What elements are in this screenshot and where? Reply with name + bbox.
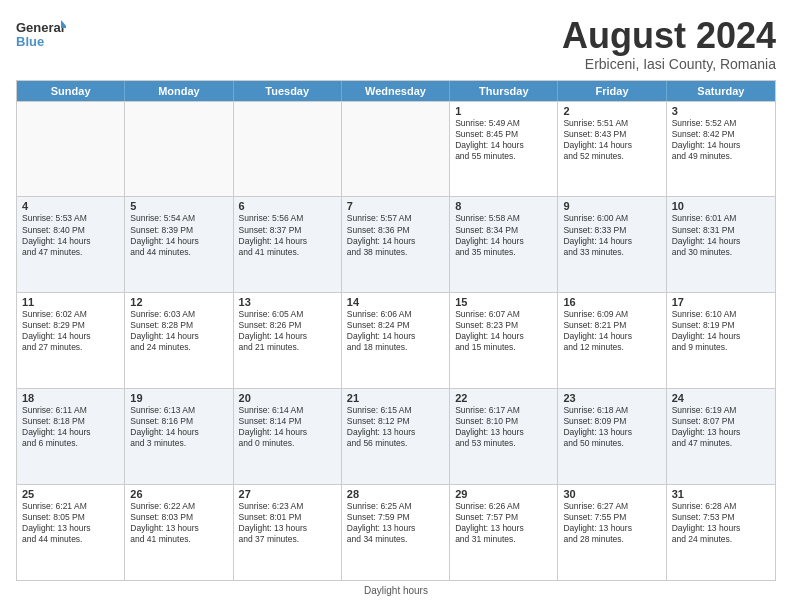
cell-text: Sunrise: 6:22 AMSunset: 8:03 PMDaylight:… <box>130 501 227 545</box>
cell-text: Sunrise: 5:53 AMSunset: 8:40 PMDaylight:… <box>22 213 119 257</box>
day-number: 14 <box>347 296 444 308</box>
cell-text: Sunrise: 6:25 AMSunset: 7:59 PMDaylight:… <box>347 501 444 545</box>
cal-cell: 22Sunrise: 6:17 AMSunset: 8:10 PMDayligh… <box>450 389 558 484</box>
day-number: 28 <box>347 488 444 500</box>
cell-text: Sunrise: 6:15 AMSunset: 8:12 PMDaylight:… <box>347 405 444 449</box>
cell-text: Sunrise: 6:28 AMSunset: 7:53 PMDaylight:… <box>672 501 770 545</box>
day-number: 26 <box>130 488 227 500</box>
cell-text: Sunrise: 6:01 AMSunset: 8:31 PMDaylight:… <box>672 213 770 257</box>
day-number: 31 <box>672 488 770 500</box>
cal-cell: 18Sunrise: 6:11 AMSunset: 8:18 PMDayligh… <box>17 389 125 484</box>
cell-text: Sunrise: 6:06 AMSunset: 8:24 PMDaylight:… <box>347 309 444 353</box>
cell-text: Sunrise: 6:03 AMSunset: 8:28 PMDaylight:… <box>130 309 227 353</box>
day-number: 20 <box>239 392 336 404</box>
cal-cell: 29Sunrise: 6:26 AMSunset: 7:57 PMDayligh… <box>450 485 558 580</box>
cal-cell: 23Sunrise: 6:18 AMSunset: 8:09 PMDayligh… <box>558 389 666 484</box>
cal-cell: 13Sunrise: 6:05 AMSunset: 8:26 PMDayligh… <box>234 293 342 388</box>
header-cell-saturday: Saturday <box>667 81 775 101</box>
header-cell-monday: Monday <box>125 81 233 101</box>
day-number: 25 <box>22 488 119 500</box>
header-cell-wednesday: Wednesday <box>342 81 450 101</box>
calendar-body: 1Sunrise: 5:49 AMSunset: 8:45 PMDaylight… <box>17 101 775 580</box>
cal-cell: 12Sunrise: 6:03 AMSunset: 8:28 PMDayligh… <box>125 293 233 388</box>
cal-cell: 11Sunrise: 6:02 AMSunset: 8:29 PMDayligh… <box>17 293 125 388</box>
day-number: 3 <box>672 105 770 117</box>
cal-cell <box>17 102 125 197</box>
header-cell-sunday: Sunday <box>17 81 125 101</box>
cell-text: Sunrise: 5:58 AMSunset: 8:34 PMDaylight:… <box>455 213 552 257</box>
cal-cell: 17Sunrise: 6:10 AMSunset: 8:19 PMDayligh… <box>667 293 775 388</box>
day-number: 13 <box>239 296 336 308</box>
calendar-row-2: 11Sunrise: 6:02 AMSunset: 8:29 PMDayligh… <box>17 292 775 388</box>
day-number: 11 <box>22 296 119 308</box>
cal-cell: 24Sunrise: 6:19 AMSunset: 8:07 PMDayligh… <box>667 389 775 484</box>
day-number: 10 <box>672 200 770 212</box>
cal-cell: 20Sunrise: 6:14 AMSunset: 8:14 PMDayligh… <box>234 389 342 484</box>
calendar-row-3: 18Sunrise: 6:11 AMSunset: 8:18 PMDayligh… <box>17 388 775 484</box>
cal-cell: 8Sunrise: 5:58 AMSunset: 8:34 PMDaylight… <box>450 197 558 292</box>
day-number: 12 <box>130 296 227 308</box>
main-title: August 2024 <box>562 16 776 56</box>
day-number: 23 <box>563 392 660 404</box>
day-number: 30 <box>563 488 660 500</box>
cell-text: Sunrise: 5:54 AMSunset: 8:39 PMDaylight:… <box>130 213 227 257</box>
cal-cell <box>125 102 233 197</box>
svg-text:General: General <box>16 20 64 35</box>
day-number: 27 <box>239 488 336 500</box>
cell-text: Sunrise: 6:23 AMSunset: 8:01 PMDaylight:… <box>239 501 336 545</box>
subtitle: Erbiceni, Iasi County, Romania <box>562 56 776 72</box>
cell-text: Sunrise: 6:27 AMSunset: 7:55 PMDaylight:… <box>563 501 660 545</box>
cal-cell: 3Sunrise: 5:52 AMSunset: 8:42 PMDaylight… <box>667 102 775 197</box>
cell-text: Sunrise: 6:10 AMSunset: 8:19 PMDaylight:… <box>672 309 770 353</box>
cell-text: Sunrise: 6:19 AMSunset: 8:07 PMDaylight:… <box>672 405 770 449</box>
day-number: 17 <box>672 296 770 308</box>
day-number: 16 <box>563 296 660 308</box>
cell-text: Sunrise: 6:05 AMSunset: 8:26 PMDaylight:… <box>239 309 336 353</box>
day-number: 19 <box>130 392 227 404</box>
svg-text:Blue: Blue <box>16 34 44 49</box>
cal-cell: 6Sunrise: 5:56 AMSunset: 8:37 PMDaylight… <box>234 197 342 292</box>
cal-cell: 1Sunrise: 5:49 AMSunset: 8:45 PMDaylight… <box>450 102 558 197</box>
cal-cell <box>342 102 450 197</box>
cal-cell: 25Sunrise: 6:21 AMSunset: 8:05 PMDayligh… <box>17 485 125 580</box>
cal-cell: 2Sunrise: 5:51 AMSunset: 8:43 PMDaylight… <box>558 102 666 197</box>
cal-cell: 15Sunrise: 6:07 AMSunset: 8:23 PMDayligh… <box>450 293 558 388</box>
calendar-header-row: SundayMondayTuesdayWednesdayThursdayFrid… <box>17 81 775 101</box>
cell-text: Sunrise: 6:02 AMSunset: 8:29 PMDaylight:… <box>22 309 119 353</box>
header: General Blue August 2024 Erbiceni, Iasi … <box>16 16 776 72</box>
day-number: 8 <box>455 200 552 212</box>
cell-text: Sunrise: 5:57 AMSunset: 8:36 PMDaylight:… <box>347 213 444 257</box>
header-cell-friday: Friday <box>558 81 666 101</box>
cell-text: Sunrise: 6:09 AMSunset: 8:21 PMDaylight:… <box>563 309 660 353</box>
cell-text: Sunrise: 5:49 AMSunset: 8:45 PMDaylight:… <box>455 118 552 162</box>
cal-cell: 16Sunrise: 6:09 AMSunset: 8:21 PMDayligh… <box>558 293 666 388</box>
logo: General Blue <box>16 16 66 52</box>
cell-text: Sunrise: 6:17 AMSunset: 8:10 PMDaylight:… <box>455 405 552 449</box>
cell-text: Sunrise: 6:11 AMSunset: 8:18 PMDaylight:… <box>22 405 119 449</box>
cal-cell: 26Sunrise: 6:22 AMSunset: 8:03 PMDayligh… <box>125 485 233 580</box>
cell-text: Sunrise: 5:52 AMSunset: 8:42 PMDaylight:… <box>672 118 770 162</box>
day-number: 15 <box>455 296 552 308</box>
footer-note: Daylight hours <box>16 585 776 596</box>
cell-text: Sunrise: 6:14 AMSunset: 8:14 PMDaylight:… <box>239 405 336 449</box>
day-number: 5 <box>130 200 227 212</box>
day-number: 29 <box>455 488 552 500</box>
cal-cell: 5Sunrise: 5:54 AMSunset: 8:39 PMDaylight… <box>125 197 233 292</box>
cal-cell: 19Sunrise: 6:13 AMSunset: 8:16 PMDayligh… <box>125 389 233 484</box>
cell-text: Sunrise: 6:21 AMSunset: 8:05 PMDaylight:… <box>22 501 119 545</box>
cal-cell: 28Sunrise: 6:25 AMSunset: 7:59 PMDayligh… <box>342 485 450 580</box>
cell-text: Sunrise: 5:56 AMSunset: 8:37 PMDaylight:… <box>239 213 336 257</box>
day-number: 7 <box>347 200 444 212</box>
header-cell-thursday: Thursday <box>450 81 558 101</box>
cell-text: Sunrise: 6:07 AMSunset: 8:23 PMDaylight:… <box>455 309 552 353</box>
cal-cell: 30Sunrise: 6:27 AMSunset: 7:55 PMDayligh… <box>558 485 666 580</box>
cell-text: Sunrise: 6:18 AMSunset: 8:09 PMDaylight:… <box>563 405 660 449</box>
page: General Blue August 2024 Erbiceni, Iasi … <box>0 0 792 612</box>
cal-cell: 9Sunrise: 6:00 AMSunset: 8:33 PMDaylight… <box>558 197 666 292</box>
cal-cell: 27Sunrise: 6:23 AMSunset: 8:01 PMDayligh… <box>234 485 342 580</box>
day-number: 1 <box>455 105 552 117</box>
day-number: 4 <box>22 200 119 212</box>
calendar-row-4: 25Sunrise: 6:21 AMSunset: 8:05 PMDayligh… <box>17 484 775 580</box>
calendar: SundayMondayTuesdayWednesdayThursdayFrid… <box>16 80 776 581</box>
cal-cell: 31Sunrise: 6:28 AMSunset: 7:53 PMDayligh… <box>667 485 775 580</box>
